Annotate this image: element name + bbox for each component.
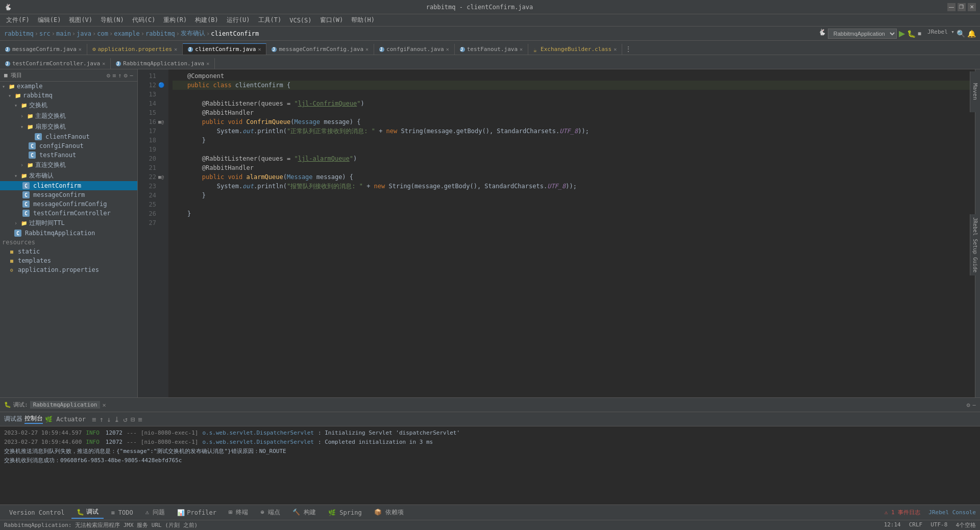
sidebar-up-icon[interactable]: ↑ [118,72,121,79]
menu-build[interactable]: 构建(B) [191,15,223,26]
maximize-button[interactable]: ❐ [958,3,966,11]
tree-item-rabbitmq[interactable]: ▾ 📁 rabbitmq [0,91,137,100]
tree-item-topic[interactable]: › 📁 主题交换机 [0,111,137,121]
maven-panel-label[interactable]: Maven [970,71,980,112]
nav-tab-problems[interactable]: ⚠ 问题 [140,507,170,518]
window-controls[interactable]: — ❐ ✕ [947,3,976,11]
debug-button[interactable]: 🐛 [907,29,916,39]
nav-tab-debug[interactable]: 🐛 调试 [71,506,104,519]
soft-wrap-icon[interactable]: ↺ [123,415,127,423]
tab-actuator[interactable]: 🌿 Actuator [45,416,86,423]
menu-view[interactable]: 视图(V) [65,15,96,26]
search-button[interactable]: 🔍 [957,29,965,39]
tab-close[interactable]: ✕ [206,61,209,66]
tab-messageconfirm[interactable]: J messageConfirm.java ✕ [0,44,87,55]
tree-item-exchange[interactable]: ▾ 📁 交换机 [0,100,137,111]
events-log-btn[interactable]: ⚠ 1 事件日志 [885,509,921,516]
run-button[interactable]: ▶ [899,29,905,39]
tab-confgifanout[interactable]: J confgiFanout.java ✕ [374,44,455,55]
tab-messageconfirmconfig[interactable]: J messageConfirmConfig.java ✕ [266,44,374,55]
breadcrumb-client[interactable]: clientConfirm [211,30,259,37]
status-position[interactable]: 12:14 [884,521,901,529]
tab-testfanout[interactable]: J testFanout.java ✕ [455,44,528,55]
sidebar-settings2-icon[interactable]: ⚙ [124,72,128,79]
menu-help[interactable]: 帮助(H) [347,15,379,26]
status-charset[interactable]: UTF-8 [930,521,947,529]
nav-tab-spring[interactable]: 🌿 Spring [323,508,367,518]
breadcrumb-rabbitmq[interactable]: rabbitmq [4,30,34,37]
tree-item-static[interactable]: ■ static [0,247,137,256]
tab-rabbitmqapplication[interactable]: J RabbitmqApplication.java ✕ [111,58,215,69]
status-indent[interactable]: 4个空格 [955,521,976,529]
tab-close[interactable]: ✕ [79,46,82,52]
menu-code[interactable]: 代码(C) [128,15,160,26]
scroll-up-icon[interactable]: ↑ [99,415,103,423]
menu-refactor[interactable]: 重构(R) [159,15,191,26]
tree-item-direct[interactable]: › 📁 直连交换机 [0,160,137,170]
nav-tab-build[interactable]: 🔨 构建 [287,507,321,518]
run-config-dropdown[interactable]: RabbitmqApplication [828,29,897,39]
status-crlf[interactable]: CRLF [909,521,923,529]
sidebar-minus-icon[interactable]: − [130,72,133,79]
menu-file[interactable]: 文件(F) [2,15,34,26]
tab-close[interactable]: ✕ [614,46,617,52]
breadcrumb-com[interactable]: com [97,30,108,37]
nav-tab-todo[interactable]: ≡ TODO [106,508,138,518]
breadcrumb-example[interactable]: example [114,30,140,37]
close-button[interactable]: ✕ [968,3,976,11]
stop-button[interactable]: ■ [918,29,921,39]
tab-close[interactable]: ✕ [446,46,449,52]
tree-item-resources[interactable]: resources [0,238,137,247]
tab-testconfirmcontroller[interactable]: J testConfirmController.java ✕ [0,58,111,69]
tree-item-appprops[interactable]: ⚙ application.properties [0,265,137,274]
nav-tab-vcs[interactable]: Version Control [4,508,69,518]
tab-clientconfirm[interactable]: J clientConfirm.java ✕ [183,43,266,55]
nav-tab-terminal[interactable]: ⊞ 终端 [224,507,253,518]
clear-icon[interactable]: ≡ [92,415,96,423]
sidebar-settings-icon[interactable]: ⚙ [107,72,110,79]
tree-item-publish[interactable]: ▾ 📁 发布确认 [0,170,137,181]
menu-run[interactable]: 运行(U) [223,15,254,26]
panel-close-icon[interactable]: ✕ [102,401,106,409]
tree-item-testfanout[interactable]: C testFanout [0,150,137,160]
breadcrumb-rabbitmq2[interactable]: rabbitmq [145,30,175,37]
tree-item-messageconfirm[interactable]: C messageConfirm [0,190,137,199]
jrebel-setup-label[interactable]: JRebel Setup Guide [970,214,980,275]
scroll-down-icon[interactable]: ↓ [107,415,111,423]
tree-item-rabbitmqapp[interactable]: C RabbitmqApplication [0,229,137,238]
filter-icon[interactable]: ⊟ [131,415,135,423]
tab-close[interactable]: ✕ [365,46,369,52]
breadcrumb-fabu[interactable]: 发布确认 [181,29,205,38]
breadcrumb-main[interactable]: main [56,30,71,37]
code-editor[interactable]: @Component public class clientConfirm { … [168,69,975,397]
jrebel-btn[interactable]: JRebel ▾ [927,29,954,39]
tree-item-templates[interactable]: ■ templates [0,256,137,265]
breadcrumb-src[interactable]: src [39,30,51,37]
menu-tools[interactable]: 工具(T) [254,15,286,26]
tab-exchangebuilder[interactable]: ☕ ExchangeBuilder.class ✕ [528,44,622,55]
jrebel-console-btn[interactable]: JRebel Console [928,509,976,516]
tab-close[interactable]: ✕ [520,46,523,52]
tab-close[interactable]: ✕ [258,46,261,52]
tree-item-testconfirmcontroller[interactable]: C testConfirmController [0,209,137,218]
tree-item-fanout-folder[interactable]: ▾ 📁 扇形交换机 [0,121,137,132]
nav-tab-endpoints[interactable]: ⊕ 端点 [255,507,285,518]
tab-close[interactable]: ✕ [174,46,177,52]
menu-navigate[interactable]: 导航(N) [96,15,128,26]
run-config-display[interactable]: RabbitmqApplication [30,401,101,409]
menu-vcs[interactable]: VCS(S) [285,16,315,25]
minimize-button[interactable]: — [947,3,955,11]
tree-item-clientfanout[interactable]: C clientFanout [0,132,137,141]
sidebar-collapse-icon[interactable]: ≡ [112,72,116,79]
editor-content[interactable]: 11 12 13 14 15 16 17 18 19 20 21 22 23 2… [138,69,980,397]
menu-edit[interactable]: 编辑(E) [34,15,65,26]
tree-item-clientconfirm[interactable]: C clientConfirm [0,181,137,190]
nav-tab-profiler[interactable]: 📊 Profiler [172,508,222,518]
menu-window[interactable]: 窗口(W) [316,15,348,26]
tab-console[interactable]: 控制台 [24,414,43,424]
pin-icon[interactable]: ⤓ [114,415,120,423]
more-tabs-button[interactable]: ⋮ [622,43,634,55]
tree-item-messageconfirmconfig[interactable]: C messageConfirmConfig [0,199,137,209]
panel-settings-icon[interactable]: ⚙ [967,401,970,409]
notification-button[interactable]: 🔔 [967,29,976,39]
